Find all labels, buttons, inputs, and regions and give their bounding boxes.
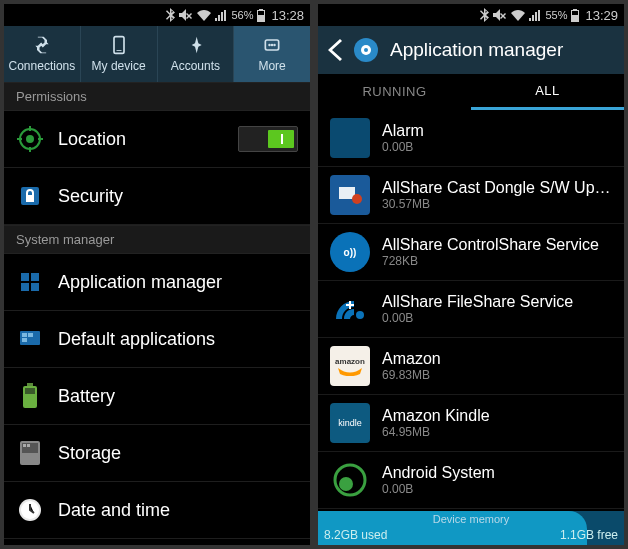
list-item[interactable]: AllShare Cast Dongle S/W Upd.. 30.57MB bbox=[318, 167, 624, 224]
svg-point-8 bbox=[26, 135, 34, 143]
filter-tabs: RUNNING ALL bbox=[318, 74, 624, 110]
tab-label: More bbox=[258, 59, 285, 73]
svg-rect-24 bbox=[23, 444, 26, 447]
location-toggle[interactable] bbox=[238, 126, 298, 152]
app-icon-amazon: amazon bbox=[330, 346, 370, 386]
app-icon-alarm bbox=[330, 118, 370, 158]
svg-rect-18 bbox=[28, 333, 33, 337]
storage-free: 1.1GB free bbox=[554, 525, 624, 545]
action-bar: Application manager bbox=[318, 26, 624, 74]
svg-point-34 bbox=[356, 311, 364, 319]
row-label: Location bbox=[58, 129, 224, 150]
list-item[interactable]: o)) AllShare ControlShare Service 728KB bbox=[318, 224, 624, 281]
row-security[interactable]: Security bbox=[4, 168, 310, 225]
app-name: AllShare Cast Dongle S/W Upd.. bbox=[382, 179, 612, 197]
storage-bar: Device memory 8.2GB used 1.1GB free bbox=[318, 511, 624, 545]
row-label: Security bbox=[58, 186, 298, 207]
wifi-icon bbox=[197, 10, 211, 21]
page-title: Application manager bbox=[390, 39, 563, 61]
list-item[interactable]: amazon Amazon 69.83MB bbox=[318, 338, 624, 395]
svg-rect-19 bbox=[27, 383, 33, 386]
wifi-icon bbox=[511, 10, 525, 21]
app-icon-allshare-file bbox=[330, 289, 370, 329]
clock-icon bbox=[16, 496, 44, 524]
mute-icon bbox=[493, 9, 507, 21]
battery-percent: 56% bbox=[231, 9, 253, 21]
tab-accounts[interactable]: Accounts bbox=[158, 26, 235, 82]
tab-my-device[interactable]: My device bbox=[81, 26, 158, 82]
row-label: Date and time bbox=[58, 500, 298, 521]
svg-rect-11 bbox=[21, 273, 29, 281]
battery-icon bbox=[571, 9, 579, 22]
svg-rect-25 bbox=[27, 444, 30, 447]
battery-icon bbox=[16, 382, 44, 410]
svg-rect-2 bbox=[116, 50, 121, 51]
svg-point-4 bbox=[268, 44, 271, 47]
tab-more[interactable]: More bbox=[234, 26, 310, 82]
list-item[interactable]: kindle Amazon Kindle 64.95MB bbox=[318, 395, 624, 452]
tab-label: Accounts bbox=[171, 59, 220, 73]
status-bar: 55% 13:29 bbox=[318, 4, 624, 26]
row-label: Application manager bbox=[58, 272, 298, 293]
svg-rect-10 bbox=[26, 195, 34, 202]
svg-rect-29 bbox=[572, 11, 578, 15]
app-name: AllShare ControlShare Service bbox=[382, 236, 612, 254]
settings-gear-icon[interactable] bbox=[352, 36, 380, 64]
app-name: Android System bbox=[382, 464, 612, 482]
svg-point-6 bbox=[273, 44, 276, 47]
device-icon bbox=[107, 35, 131, 55]
svg-rect-0 bbox=[258, 11, 264, 15]
app-size: 728KB bbox=[382, 254, 612, 268]
section-system-manager: System manager bbox=[4, 225, 310, 254]
tab-connections[interactable]: Connections bbox=[4, 26, 81, 82]
svg-rect-13 bbox=[21, 283, 29, 291]
row-default-applications[interactable]: Default applications bbox=[4, 311, 310, 368]
app-size: 0.00B bbox=[382, 482, 612, 496]
back-icon[interactable] bbox=[328, 39, 342, 61]
app-size: 0.00B bbox=[382, 311, 612, 325]
svg-rect-17 bbox=[22, 338, 27, 342]
clock: 13:29 bbox=[585, 8, 618, 23]
svg-point-33 bbox=[352, 194, 362, 204]
app-size: 0.00B bbox=[382, 140, 612, 154]
app-size: 64.95MB bbox=[382, 425, 612, 439]
tab-running[interactable]: RUNNING bbox=[318, 74, 471, 110]
tab-all[interactable]: ALL bbox=[471, 74, 624, 110]
svg-rect-16 bbox=[22, 333, 27, 337]
list-item[interactable]: Android System 0.00B bbox=[318, 452, 624, 509]
svg-rect-14 bbox=[31, 283, 39, 291]
settings-screen: 56% 13:28 Connections My device Accounts… bbox=[4, 4, 310, 545]
row-application-manager[interactable]: Application manager bbox=[4, 254, 310, 311]
more-icon bbox=[260, 35, 284, 55]
app-name: Amazon bbox=[382, 350, 612, 368]
storage-icon bbox=[16, 439, 44, 467]
svg-rect-1 bbox=[114, 37, 124, 54]
row-date-time[interactable]: Date and time bbox=[4, 482, 310, 539]
row-label: Storage bbox=[58, 443, 298, 464]
svg-point-36 bbox=[339, 477, 353, 491]
row-storage[interactable]: Storage bbox=[4, 425, 310, 482]
app-name: Amazon Kindle bbox=[382, 407, 612, 425]
status-bar: 56% 13:28 bbox=[4, 4, 310, 26]
app-icon-android-system bbox=[330, 460, 370, 500]
apps-icon bbox=[16, 268, 44, 296]
app-size: 69.83MB bbox=[382, 368, 612, 382]
row-developer-options[interactable]: Developer options bbox=[4, 539, 310, 545]
app-list[interactable]: Alarm 0.00B AllShare Cast Dongle S/W Upd… bbox=[318, 110, 624, 545]
list-item[interactable]: AllShare FileShare Service 0.00B bbox=[318, 281, 624, 338]
storage-label: Device memory bbox=[318, 513, 624, 525]
app-icon-allshare-cast bbox=[330, 175, 370, 215]
app-icon-allshare-control: o)) bbox=[330, 232, 370, 272]
app-icon-kindle: kindle bbox=[330, 403, 370, 443]
settings-tabs: Connections My device Accounts More bbox=[4, 26, 310, 82]
row-label: Default applications bbox=[58, 329, 298, 350]
accounts-icon bbox=[183, 35, 207, 55]
list-item[interactable]: Alarm 0.00B bbox=[318, 110, 624, 167]
battery-percent: 55% bbox=[545, 9, 567, 21]
security-icon bbox=[16, 182, 44, 210]
svg-point-5 bbox=[271, 44, 274, 47]
app-manager-screen: 55% 13:29 Application manager RUNNING AL… bbox=[318, 4, 624, 545]
row-location[interactable]: Location bbox=[4, 111, 310, 168]
row-label: Battery bbox=[58, 386, 298, 407]
row-battery[interactable]: Battery bbox=[4, 368, 310, 425]
